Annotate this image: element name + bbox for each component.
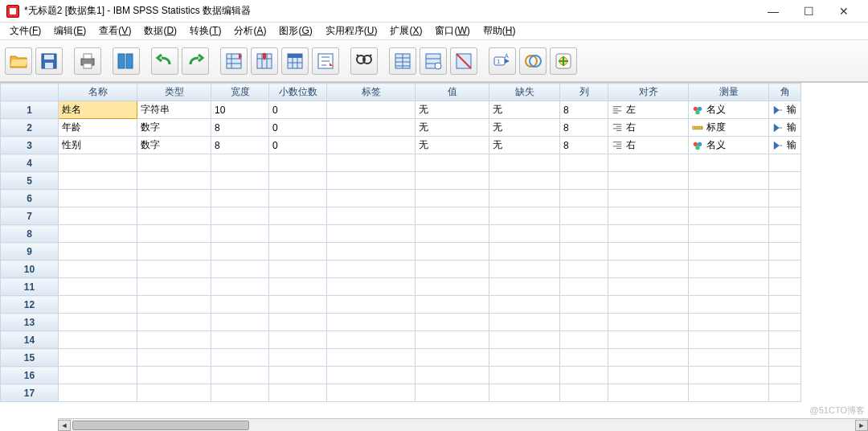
cell[interactable] <box>137 296 211 314</box>
row-header[interactable]: 5 <box>1 172 59 190</box>
cell[interactable] <box>416 154 489 172</box>
cell[interactable] <box>769 261 801 278</box>
cell[interactable] <box>416 261 489 278</box>
cell[interactable] <box>327 119 416 137</box>
cell[interactable] <box>769 296 801 314</box>
cell[interactable]: 右 <box>608 119 689 137</box>
row-header[interactable]: 11 <box>1 278 59 296</box>
cell[interactable] <box>489 349 560 367</box>
redo-button[interactable] <box>182 47 209 75</box>
cell[interactable] <box>416 225 489 243</box>
menu-u[interactable]: 实用程序(U) <box>321 23 383 39</box>
weight-cases-button[interactable] <box>420 47 447 75</box>
column-header[interactable]: 列 <box>560 84 608 101</box>
cell[interactable] <box>489 296 560 314</box>
horizontal-scrollbar[interactable]: ◄ ► <box>58 418 868 431</box>
cell[interactable] <box>327 384 416 402</box>
cell[interactable]: 姓名 <box>59 101 137 119</box>
menu-e[interactable]: 编辑(E) <box>49 23 91 39</box>
cell[interactable] <box>327 367 416 384</box>
cell[interactable] <box>269 314 327 331</box>
cell[interactable] <box>327 296 416 314</box>
column-header[interactable]: 宽度 <box>211 84 269 101</box>
row-header[interactable]: 7 <box>1 207 59 225</box>
grid-corner[interactable] <box>1 84 59 101</box>
cell[interactable] <box>416 314 489 331</box>
cell[interactable] <box>769 349 801 367</box>
cell[interactable] <box>137 278 211 296</box>
cell[interactable] <box>416 190 489 207</box>
row-header[interactable]: 1 <box>1 101 59 119</box>
cell[interactable]: 8 <box>211 119 269 137</box>
goto-variable-button[interactable] <box>251 47 278 75</box>
cell[interactable]: 数字 <box>137 119 211 137</box>
column-header[interactable]: 测量 <box>689 84 769 101</box>
column-header[interactable]: 对齐 <box>608 84 689 101</box>
cell[interactable]: 0 <box>269 101 327 119</box>
cell[interactable] <box>769 225 801 243</box>
cell[interactable] <box>489 261 560 278</box>
cell[interactable] <box>608 331 689 349</box>
menu-t[interactable]: 转换(T) <box>185 23 226 39</box>
cell[interactable] <box>489 314 560 331</box>
cell[interactable] <box>137 384 211 402</box>
cell[interactable] <box>608 172 689 190</box>
cell[interactable] <box>769 278 801 296</box>
cell[interactable] <box>327 172 416 190</box>
cell[interactable] <box>560 225 608 243</box>
open-button[interactable] <box>5 47 32 75</box>
cell[interactable] <box>689 154 769 172</box>
cell[interactable] <box>608 367 689 384</box>
cell[interactable] <box>769 243 801 261</box>
cell[interactable] <box>489 172 560 190</box>
cell[interactable]: 名义 <box>689 101 769 119</box>
menu-v[interactable]: 查看(V) <box>94 23 136 39</box>
recall-dialog-button[interactable] <box>113 47 140 75</box>
cell[interactable] <box>689 190 769 207</box>
cell[interactable] <box>689 261 769 278</box>
cell[interactable]: 无 <box>489 101 560 119</box>
cell[interactable] <box>211 331 269 349</box>
cell[interactable] <box>769 314 801 331</box>
cell[interactable]: 无 <box>416 101 489 119</box>
column-header[interactable]: 类型 <box>137 84 211 101</box>
cell[interactable]: 10 <box>211 101 269 119</box>
cell[interactable] <box>327 261 416 278</box>
scroll-right-arrow-icon[interactable]: ► <box>855 420 868 431</box>
column-header[interactable]: 值 <box>416 84 489 101</box>
cell[interactable] <box>327 314 416 331</box>
cell[interactable] <box>269 349 327 367</box>
cell[interactable] <box>211 190 269 207</box>
cell[interactable] <box>608 207 689 225</box>
row-header[interactable]: 10 <box>1 261 59 278</box>
cell[interactable] <box>608 243 689 261</box>
cell[interactable] <box>560 172 608 190</box>
row-header[interactable]: 15 <box>1 349 59 367</box>
cell[interactable]: 性别 <box>59 137 137 154</box>
cell[interactable] <box>416 207 489 225</box>
cell[interactable] <box>608 225 689 243</box>
cell[interactable] <box>269 225 327 243</box>
row-header[interactable]: 3 <box>1 137 59 154</box>
cell[interactable] <box>137 207 211 225</box>
cell[interactable]: 0 <box>269 137 327 154</box>
cell[interactable] <box>560 154 608 172</box>
cell[interactable] <box>269 207 327 225</box>
save-button[interactable] <box>35 47 63 75</box>
cell[interactable]: 8 <box>560 101 608 119</box>
cell[interactable] <box>137 190 211 207</box>
cell[interactable] <box>59 314 137 331</box>
row-header[interactable]: 16 <box>1 367 59 384</box>
find-button[interactable] <box>350 47 378 75</box>
cell[interactable] <box>59 367 137 384</box>
cell[interactable] <box>327 154 416 172</box>
row-header[interactable]: 9 <box>1 243 59 261</box>
cell[interactable]: 输 <box>769 137 801 154</box>
cell[interactable] <box>211 172 269 190</box>
column-header[interactable]: 小数位数 <box>269 84 327 101</box>
cell[interactable] <box>327 137 416 154</box>
cell[interactable] <box>327 225 416 243</box>
variables-button[interactable] <box>281 47 309 75</box>
cell[interactable] <box>269 331 327 349</box>
cell[interactable] <box>689 331 769 349</box>
